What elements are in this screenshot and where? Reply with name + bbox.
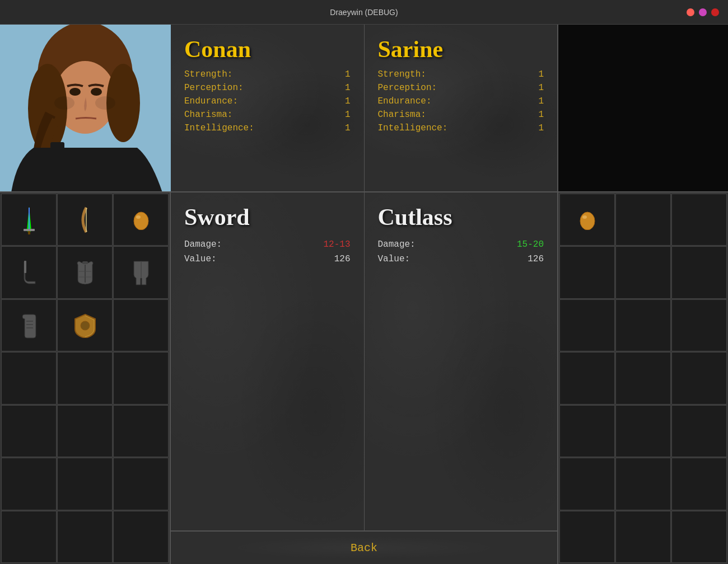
inventory-slot-8[interactable]	[113, 299, 169, 351]
close-button[interactable]	[687, 8, 694, 16]
right-inventory-slot-2[interactable]	[671, 194, 727, 246]
portrait-area	[0, 25, 171, 192]
sword-panel: Sword Damage: 12-13 Value: 126	[171, 192, 365, 530]
sarine-intelligence-value: 1	[527, 123, 544, 133]
conan-name: Conan	[184, 36, 351, 63]
right-inventory-slot-15[interactable]	[559, 458, 615, 510]
stats-area: Conan Strength: 1 Perception: 1 Enduranc…	[171, 25, 557, 192]
svg-point-18	[136, 215, 141, 219]
sarine-intelligence-row: Intelligence: 1	[378, 123, 544, 133]
pants-icon	[130, 259, 152, 286]
left-inventory-grid	[0, 192, 170, 564]
sarine-endurance-label: Endurance:	[378, 96, 432, 106]
right-inventory-slot-19[interactable]	[615, 511, 671, 563]
inventory-slot-9[interactable]	[1, 352, 57, 404]
right-panel	[557, 25, 728, 564]
svg-point-31	[582, 215, 587, 219]
sword-name: Sword	[184, 204, 351, 231]
inventory-slot-4[interactable]	[57, 246, 113, 298]
maximize-button[interactable]	[711, 8, 719, 16]
sarine-charisma-label: Charisma:	[378, 110, 426, 120]
right-inventory-slot-13[interactable]	[615, 405, 671, 457]
inventory-slot-0[interactable]	[1, 194, 57, 246]
sword-damage-value: 12-13	[323, 239, 350, 250]
svg-point-7	[69, 88, 81, 96]
right-inventory-slot-12[interactable]	[559, 405, 615, 457]
cutlass-damage-label: Damage:	[378, 239, 416, 250]
sword-damage-row: Damage: 12-13	[184, 239, 351, 250]
inventory-slot-5[interactable]	[113, 246, 169, 298]
conan-charisma-label: Charisma:	[184, 110, 232, 120]
conan-charisma-row: Charisma: 1	[184, 110, 351, 120]
inventory-slot-16[interactable]	[57, 458, 113, 510]
right-inventory-slot-10[interactable]	[615, 352, 671, 404]
scroll-icon	[21, 312, 37, 339]
cutlass-damage-row: Damage: 15-20	[378, 239, 544, 250]
sarine-stats-panel: Sarine Strength: 1 Perception: 1 Enduran…	[365, 25, 558, 191]
right-inventory-slot-14[interactable]	[671, 405, 727, 457]
inventory-slot-10[interactable]	[57, 352, 113, 404]
center-panel: Conan Strength: 1 Perception: 1 Enduranc…	[171, 25, 557, 564]
right-inventory-slot-18[interactable]	[559, 511, 615, 563]
inventory-slot-1[interactable]	[57, 194, 113, 246]
svg-rect-19	[24, 261, 26, 273]
right-inventory-slot-8[interactable]	[671, 299, 727, 351]
right-inventory-slot-11[interactable]	[671, 352, 727, 404]
svg-rect-14	[28, 231, 30, 234]
conan-intelligence-row: Intelligence: 1	[184, 123, 351, 133]
cutlass-value-amount: 126	[528, 254, 544, 264]
right-inventory-slot-6[interactable]	[559, 299, 615, 351]
inventory-slot-17[interactable]	[113, 458, 169, 510]
egg-icon	[131, 210, 151, 230]
svg-rect-13	[24, 229, 35, 231]
right-inventory-slot-5[interactable]	[671, 246, 727, 298]
inventory-slot-18[interactable]	[1, 511, 57, 563]
conan-endurance-label: Endurance:	[184, 96, 238, 106]
sarine-intelligence-label: Intelligence:	[378, 123, 448, 133]
sarine-strength-label: Strength:	[378, 69, 426, 79]
sarine-perception-label: Perception:	[378, 83, 437, 93]
right-inventory-slot-1[interactable]	[615, 194, 671, 246]
right-inventory-slot-17[interactable]	[671, 458, 727, 510]
back-button[interactable]: Back	[333, 537, 395, 559]
sarine-endurance-value: 1	[527, 96, 544, 106]
inventory-slot-7[interactable]	[57, 299, 113, 351]
inventory-slot-12[interactable]	[1, 405, 57, 457]
conan-perception-row: Perception: 1	[184, 83, 351, 93]
right-inventory-slot-0[interactable]	[559, 194, 615, 246]
right-inventory-slot-4[interactable]	[615, 246, 671, 298]
inventory-slot-3[interactable]	[1, 246, 57, 298]
right-inventory-slot-16[interactable]	[615, 458, 671, 510]
inventory-slot-2[interactable]	[113, 194, 169, 246]
items-area: Sword Damage: 12-13 Value: 126 Cutlass D…	[171, 192, 557, 530]
sarine-strength-value: 1	[527, 69, 544, 79]
svg-rect-20	[82, 261, 88, 264]
sarine-endurance-row: Endurance: 1	[378, 96, 544, 106]
right-inventory-grid	[558, 192, 728, 564]
svg-point-9	[54, 96, 74, 110]
inventory-slot-20[interactable]	[113, 511, 169, 563]
inventory-slot-14[interactable]	[113, 405, 169, 457]
inventory-slot-11[interactable]	[113, 352, 169, 404]
inventory-slot-15[interactable]	[1, 458, 57, 510]
inventory-slot-13[interactable]	[57, 405, 113, 457]
right-inventory-slot-7[interactable]	[615, 299, 671, 351]
right-inventory-slot-20[interactable]	[671, 511, 727, 563]
main-layout: Conan Strength: 1 Perception: 1 Enduranc…	[0, 25, 728, 564]
right-portrait-area	[558, 25, 728, 192]
sword-damage-label: Damage:	[184, 239, 222, 250]
sword-value-label: Value:	[184, 254, 217, 264]
inventory-slot-19[interactable]	[57, 511, 113, 563]
portrait-image	[0, 25, 171, 192]
right-inventory-slot-3[interactable]	[559, 246, 615, 298]
conan-charisma-value: 1	[334, 110, 351, 120]
sarine-strength-row: Strength: 1	[378, 69, 544, 79]
inventory-slot-6[interactable]	[1, 299, 57, 351]
conan-endurance-value: 1	[334, 96, 351, 106]
cutlass-name: Cutlass	[378, 204, 544, 231]
right-inventory-slot-9[interactable]	[559, 352, 615, 404]
svg-point-28	[81, 321, 90, 330]
minimize-button[interactable]	[699, 8, 707, 16]
svg-point-10	[95, 96, 115, 110]
conan-intelligence-value: 1	[334, 123, 351, 133]
